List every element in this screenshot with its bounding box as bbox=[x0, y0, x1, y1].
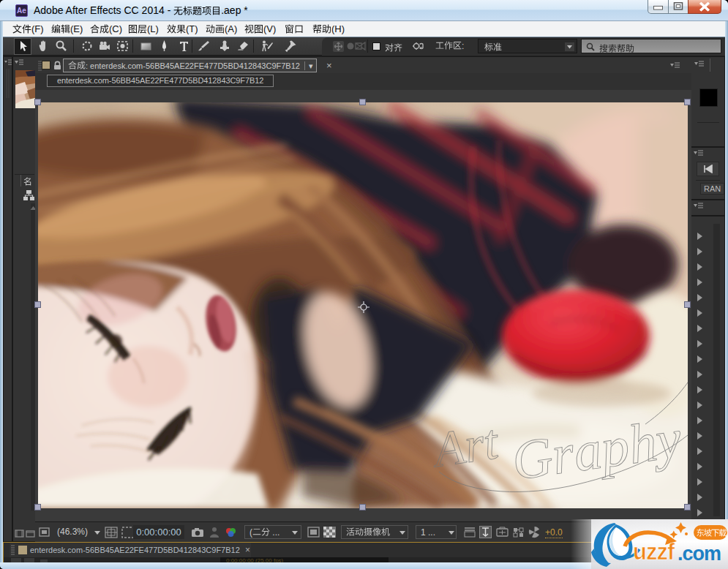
svg-text:Art: Art bbox=[428, 413, 503, 478]
svg-text:uzzf: uzzf bbox=[633, 539, 675, 565]
svg-text:.com: .com bbox=[678, 543, 721, 565]
